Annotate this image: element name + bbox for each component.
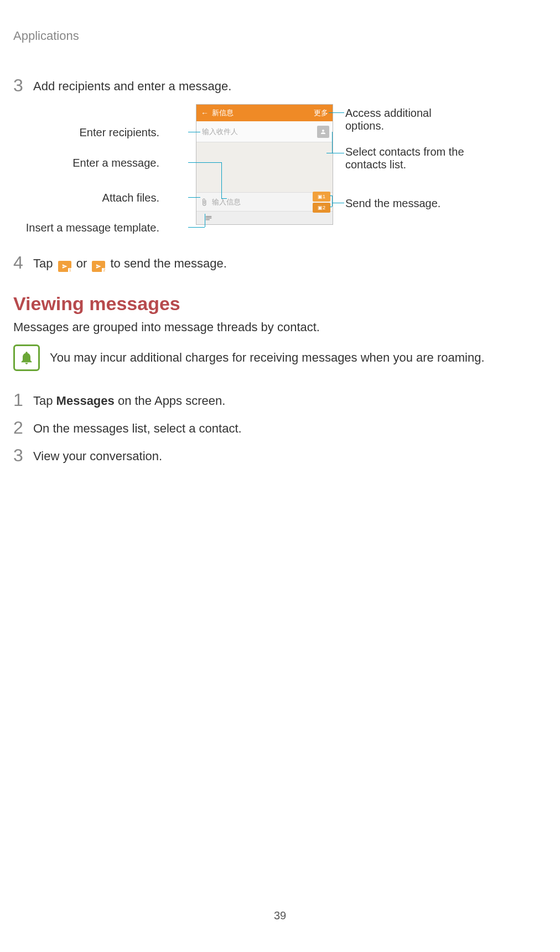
mock-recipient-row: 输入收件人 [196, 121, 333, 142]
mock-recipient-input: 输入收件人 [200, 127, 317, 137]
mock-contacts-button [317, 126, 329, 138]
callout-line [332, 153, 344, 153]
mock-input-row: 输入信息 ▣1 ▣2 [196, 192, 333, 211]
send-sim1-icon: ▣1 [313, 192, 330, 202]
callout-line [332, 132, 333, 153]
annotated-screenshot: ← 新信息 更多 输入收件人 输入信息 ▣1 ▣2 [13, 104, 547, 237]
callout-line [188, 162, 221, 163]
callout-line [188, 197, 200, 198]
send-sim2-icon: ▣2 [313, 203, 330, 213]
back-icon: ← [201, 109, 209, 117]
note-row: You may incur additional charges for rec… [13, 344, 547, 371]
step-text: Add recipients and enter a message. [33, 76, 231, 94]
callout-send-message: Send the message. [345, 197, 467, 210]
bell-icon [13, 344, 40, 371]
mock-titlebar: ← 新信息 更多 [196, 105, 333, 121]
step-number: 1 [13, 391, 33, 409]
callout-line [221, 198, 227, 199]
step-text: On the messages list, select a contact. [33, 419, 242, 436]
page-number: 39 [0, 909, 560, 922]
step-b3: 3 View your conversation. [13, 446, 547, 464]
callout-line [221, 162, 222, 198]
phone-mock: ← 新信息 更多 输入收件人 输入信息 ▣1 ▣2 [196, 104, 333, 225]
callout-line [326, 153, 332, 153]
mock-message-input: 输入信息 [212, 197, 313, 207]
attach-icon [196, 198, 212, 206]
callout-line [188, 227, 205, 228]
callout-additional-options: Access additional options. [345, 107, 467, 132]
callout-insert-template: Insert a message template. [26, 222, 159, 234]
section-title: Viewing messages [13, 293, 547, 315]
mock-body [196, 142, 333, 192]
step-b2: 2 On the messages list, select a contact… [13, 419, 547, 436]
mock-send-buttons: ▣1 ▣2 [313, 192, 333, 213]
callout-line [329, 112, 344, 113]
callout-line [188, 132, 200, 132]
note-text: You may incur additional charges for rec… [50, 351, 485, 365]
callout-line [332, 203, 344, 203]
callout-select-contacts: Select contacts from the contacts list. [345, 146, 467, 171]
callout-attach-files: Attach files. [102, 192, 159, 204]
mock-template-row [196, 211, 333, 224]
callout-enter-message: Enter a message. [72, 157, 159, 169]
step-text: View your conversation. [33, 446, 162, 464]
step-4: 4 Tap 1 or 2 to send the message. [13, 254, 547, 272]
mock-more: 更多 [314, 108, 328, 118]
step-number: 3 [13, 446, 33, 464]
callout-line [332, 195, 333, 207]
step-3: 3 Add recipients and enter a message. [13, 76, 547, 94]
step-number: 3 [13, 76, 33, 94]
page-header: Applications [13, 29, 547, 43]
body-text-grouped: Messages are grouped into message thread… [13, 320, 547, 335]
step-number: 2 [13, 419, 33, 436]
step-text: Tap Messages on the Apps screen. [33, 391, 225, 408]
callout-line [330, 207, 332, 207]
step-text: Tap 1 or 2 to send the message. [33, 254, 227, 272]
template-icon [201, 214, 216, 222]
mock-title: 新信息 [212, 108, 234, 118]
callout-line [330, 195, 332, 196]
callout-line [205, 214, 205, 227]
step-number: 4 [13, 254, 33, 271]
step-b1: 1 Tap Messages on the Apps screen. [13, 391, 547, 409]
callout-enter-recipients: Enter recipients. [79, 126, 159, 139]
